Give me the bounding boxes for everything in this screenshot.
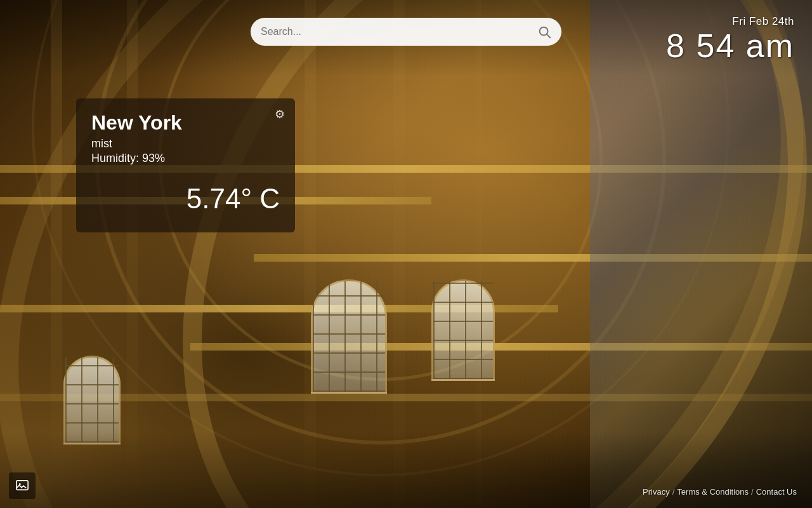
wallpaper-icon — [15, 479, 29, 493]
bottom-shadow — [0, 432, 812, 508]
weather-widget: ⚙ New York mist Humidity: 93% 5.74° C — [76, 98, 295, 232]
gear-icon[interactable]: ⚙ — [275, 107, 285, 121]
humidity-display: Humidity: 93% — [91, 152, 280, 165]
datetime-display: Fri Feb 24th 8 54 am — [666, 15, 794, 64]
temperature-display: 5.74° C — [91, 183, 280, 215]
svg-rect-2 — [16, 481, 28, 490]
footer-links: Privacy / Terms & Conditions / Contact U… — [643, 487, 797, 497]
search-icon[interactable] — [537, 25, 551, 39]
svg-point-3 — [19, 483, 21, 485]
city-name: New York — [91, 111, 280, 135]
search-input[interactable] — [261, 26, 537, 37]
sep-2: / — [751, 487, 754, 497]
terms-link[interactable]: Terms & Conditions — [677, 487, 749, 497]
date-display: Fri Feb 24th — [666, 15, 794, 28]
privacy-link[interactable]: Privacy — [643, 487, 670, 497]
time-display: 8 54 am — [666, 28, 794, 64]
weather-condition: mist — [91, 137, 280, 150]
svg-line-1 — [547, 34, 550, 37]
wallpaper-button[interactable] — [9, 472, 36, 499]
search-bar[interactable] — [251, 18, 561, 46]
sep-1: / — [672, 487, 675, 497]
contact-link[interactable]: Contact Us — [756, 487, 797, 497]
